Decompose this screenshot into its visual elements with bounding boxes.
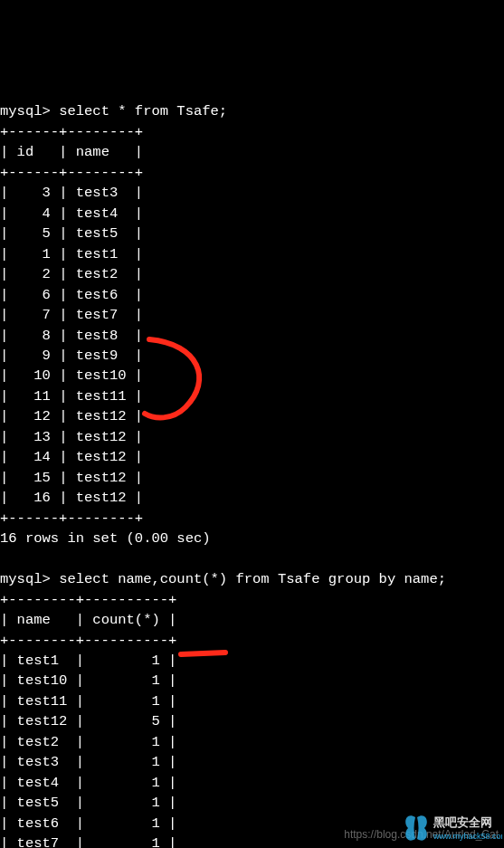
table-row: | 7 | test7 |: [0, 307, 143, 323]
table-row: | 2 | test2 |: [0, 266, 143, 282]
table1-border-mid: +------+--------+: [0, 165, 143, 181]
table-row: | test1 | 1 |: [0, 653, 176, 669]
mysql-prompt: mysql> select * from Tsafe;: [0, 103, 227, 119]
terminal-output: mysql> select * from Tsafe; +------+----…: [0, 81, 504, 848]
table-row: | 16 | test12 |: [0, 490, 143, 506]
table-row: | 10 | test10 |: [0, 367, 143, 384]
table-row: | 15 | test12 |: [0, 470, 143, 486]
butterfly-logo-icon: 黑吧安全网 www.myhack58.com: [403, 812, 502, 846]
table-row: | 12 | test12 |: [0, 408, 143, 424]
table-row: | 4 | test4 |: [0, 205, 143, 222]
table-row: | 8 | test8 |: [0, 328, 143, 344]
table-row: | test12 | 5 |: [0, 713, 176, 729]
table-row: | test10 | 1 |: [0, 672, 176, 689]
table-row: | 5 | test5 |: [0, 225, 143, 242]
table2-border-top: +--------+----------+: [0, 592, 176, 608]
mysql-prompt: mysql> select name,count(*) from Tsafe g…: [0, 571, 446, 587]
svg-text:www.myhack58.com: www.myhack58.com: [433, 832, 502, 841]
table-row: | 13 | test12 |: [0, 429, 143, 445]
table1-header: | id | name |: [0, 144, 143, 160]
table-row: | test3 | 1 |: [0, 754, 176, 770]
table2-header: | name | count(*) |: [0, 612, 176, 628]
svg-text:黑吧安全网: 黑吧安全网: [433, 815, 492, 829]
table2-border-mid: +--------+----------+: [0, 633, 176, 649]
table-row: | test5 | 1 |: [0, 795, 176, 811]
table1-border-top: +------+--------+: [0, 124, 143, 140]
table-row: | test4 | 1 |: [0, 775, 176, 791]
table-row: | test2 | 1 |: [0, 734, 176, 750]
table1-border-bot: +------+--------+: [0, 510, 143, 527]
sql-statement-2: select name,count(*) from Tsafe group by…: [59, 571, 446, 587]
table-row: | 1 | test1 |: [0, 246, 143, 262]
table-row: | 11 | test11 |: [0, 388, 143, 405]
sql-statement-1: select * from Tsafe;: [59, 103, 227, 119]
table-row: | 3 | test3 |: [0, 185, 143, 201]
table-row: | 14 | test12 |: [0, 449, 143, 465]
table-row: | test6 | 1 |: [0, 815, 176, 832]
table-row: | 6 | test6 |: [0, 287, 143, 303]
table-row: | 9 | test9 |: [0, 348, 143, 364]
table-row: | test7 | 1 |: [0, 835, 176, 848]
query1-status: 16 rows in set (0.00 sec): [0, 530, 211, 547]
table-row: | test11 | 1 |: [0, 693, 176, 710]
